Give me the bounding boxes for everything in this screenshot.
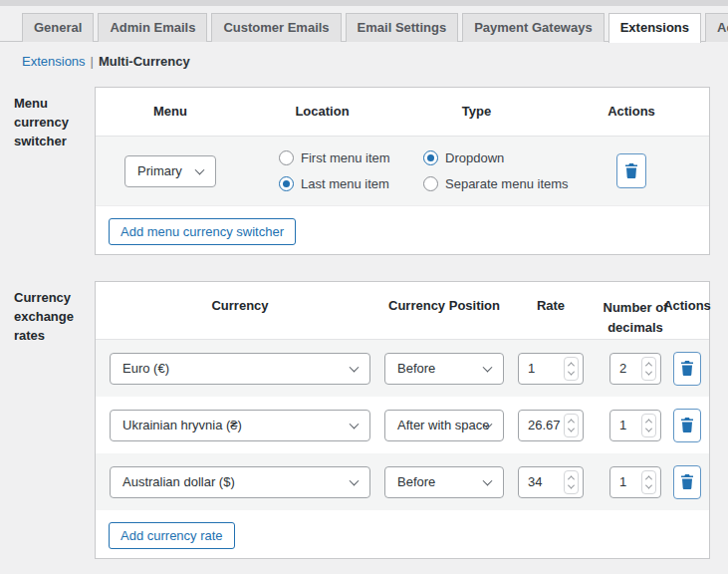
type-radio-group: Dropdown Separate menu items xyxy=(423,150,569,191)
radio-dropdown[interactable]: Dropdown xyxy=(423,150,569,165)
menu-currency-switcher-panel: Menu Location Type Actions Primary First… xyxy=(95,87,710,255)
menu-switcher-row: Primary First menu item Last menu item xyxy=(96,137,709,206)
chevron-down-icon xyxy=(483,475,493,485)
column-header-actions: Actions xyxy=(554,104,709,119)
column-header-actions: Actions xyxy=(659,298,715,313)
tab-extensions[interactable]: Extensions xyxy=(608,13,701,43)
currency-select[interactable]: Ukrainian hryvnia (₴) xyxy=(110,410,370,441)
add-currency-rate-button[interactable]: Add currency rate xyxy=(109,522,235,549)
column-header-rate: Rate xyxy=(504,298,598,313)
currency-exchange-rates-panel: Currency Currency Position Rate Number o… xyxy=(95,281,710,559)
menu-select-value: Primary xyxy=(137,163,182,178)
rates-header-row: Currency Currency Position Rate Number o… xyxy=(96,282,709,340)
column-header-currency: Currency xyxy=(96,298,384,313)
menu-select[interactable]: Primary xyxy=(124,155,216,187)
tab-advanced[interactable]: Advanced xyxy=(705,13,728,42)
radio-first-menu-item[interactable]: First menu item xyxy=(279,150,390,165)
chevron-down-icon xyxy=(350,419,360,429)
radio-label: First menu item xyxy=(301,150,390,165)
number-stepper[interactable] xyxy=(564,357,579,381)
breadcrumb-separator: | xyxy=(86,54,99,69)
number-stepper[interactable] xyxy=(564,470,579,494)
stepper-down-icon[interactable] xyxy=(568,368,575,375)
trash-icon xyxy=(680,361,694,376)
number-stepper[interactable] xyxy=(641,357,656,381)
stepper-down-icon[interactable] xyxy=(568,481,575,488)
number-stepper[interactable] xyxy=(564,414,579,437)
currency-select[interactable]: Australian dollar ($) xyxy=(110,466,370,498)
stepper-down-icon[interactable] xyxy=(645,481,652,488)
delete-currency-rate-button[interactable] xyxy=(673,409,701,442)
tab-admin-emails[interactable]: Admin Emails xyxy=(98,13,207,42)
chevron-down-icon xyxy=(483,362,493,372)
column-header-type: Type xyxy=(399,104,554,119)
position-select-value: Before xyxy=(397,361,435,376)
tab-general[interactable]: General xyxy=(22,13,94,42)
settings-tabs: General Admin Emails Customer Emails Ema… xyxy=(22,13,728,43)
radio-circle-icon[interactable] xyxy=(279,176,294,191)
radio-circle-icon[interactable] xyxy=(423,176,438,191)
decimals-input-wrap xyxy=(609,410,661,441)
column-header-currency-position: Currency Position xyxy=(384,298,504,313)
top-divider xyxy=(0,0,728,6)
tab-email-settings[interactable]: Email Settings xyxy=(346,13,459,42)
currency-select-value: Euro (€) xyxy=(122,361,169,376)
chevron-down-icon xyxy=(350,362,360,372)
currency-rate-row: Australian dollar ($) Before xyxy=(96,453,709,510)
rate-input-wrap xyxy=(518,466,584,498)
position-select-value: Before xyxy=(397,474,435,489)
breadcrumb-link-extensions[interactable]: Extensions xyxy=(22,54,86,69)
trash-icon xyxy=(680,474,694,489)
radio-label: Separate menu items xyxy=(445,176,569,191)
stepper-down-icon[interactable] xyxy=(645,425,652,431)
chevron-down-icon xyxy=(350,475,360,485)
rate-input-wrap xyxy=(518,353,584,385)
number-stepper[interactable] xyxy=(641,470,656,494)
radio-last-menu-item[interactable]: Last menu item xyxy=(279,176,390,191)
delete-currency-rate-button[interactable] xyxy=(673,465,701,499)
decimals-input-wrap xyxy=(609,466,661,498)
currency-position-select[interactable]: Before xyxy=(384,466,504,498)
breadcrumb: Extensions|Multi-Currency xyxy=(22,54,190,69)
delete-menu-switcher-button[interactable] xyxy=(616,153,646,188)
trash-icon xyxy=(680,418,694,432)
number-stepper[interactable] xyxy=(641,414,656,437)
section-label-menu-currency-switcher: Menu currency switcher xyxy=(14,95,86,151)
currency-rate-row: Euro (€) Before xyxy=(96,340,709,397)
radio-label: Dropdown xyxy=(445,150,504,165)
column-header-location: Location xyxy=(245,104,399,119)
currency-select-value: Australian dollar ($) xyxy=(122,474,235,489)
tab-customer-emails[interactable]: Customer Emails xyxy=(211,13,341,42)
stepper-down-icon[interactable] xyxy=(568,425,575,431)
add-menu-currency-switcher-button[interactable]: Add menu currency switcher xyxy=(109,218,296,245)
radio-circle-icon[interactable] xyxy=(423,150,438,165)
section-label-currency-exchange-rates: Currency exchange rates xyxy=(14,289,86,346)
decimals-input-wrap xyxy=(609,353,661,385)
currency-rate-row: Ukrainian hryvnia (₴) After with space xyxy=(96,397,709,453)
currency-position-select[interactable]: Before xyxy=(384,353,504,385)
tab-payment-gateways[interactable]: Payment Gateways xyxy=(462,13,605,42)
location-radio-group: First menu item Last menu item xyxy=(279,150,390,191)
radio-separate-menu-items[interactable]: Separate menu items xyxy=(423,176,569,191)
column-header-menu: Menu xyxy=(96,104,245,119)
breadcrumb-current: Multi-Currency xyxy=(99,54,190,69)
currency-position-select[interactable]: After with space xyxy=(384,410,504,441)
chevron-down-icon xyxy=(195,164,205,174)
radio-circle-icon[interactable] xyxy=(279,150,294,165)
stepper-down-icon[interactable] xyxy=(645,368,652,375)
delete-currency-rate-button[interactable] xyxy=(673,352,701,386)
position-select-value: After with space xyxy=(397,418,490,432)
currency-select[interactable]: Euro (€) xyxy=(110,353,370,385)
currency-select-value: Ukrainian hryvnia (₴) xyxy=(122,418,242,432)
radio-label: Last menu item xyxy=(301,176,389,191)
trash-icon xyxy=(624,163,638,178)
rate-input-wrap xyxy=(518,410,584,441)
menu-switcher-header-row: Menu Location Type Actions xyxy=(96,88,709,137)
